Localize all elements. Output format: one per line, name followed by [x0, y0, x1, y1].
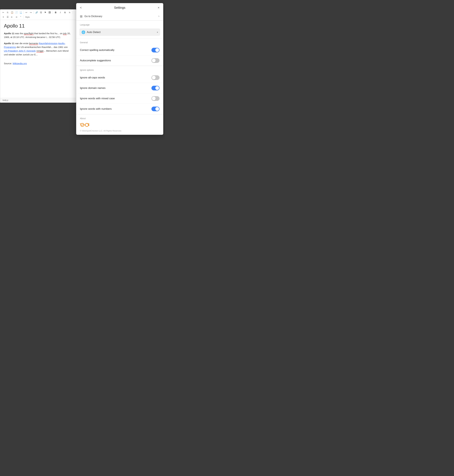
style-label: Style: [25, 16, 30, 18]
link-icon[interactable]: 🔗: [35, 11, 38, 14]
go-to-dictionary-row[interactable]: ⊞ Go to Dictionary >: [76, 12, 163, 21]
toolbar-separator-5: [23, 16, 24, 18]
correct-spelling-row: Correct spelling automatically: [76, 45, 163, 55]
paragraph-1: Apollo 11 was the spacflight that landed…: [4, 31, 72, 39]
ignore-numbers-toggle[interactable]: [151, 107, 159, 111]
redo-icon[interactable]: ↪: [29, 11, 33, 14]
unordered-list-icon[interactable]: ☰: [6, 15, 9, 19]
autocomplete-label: Autocomplete suggestions: [80, 59, 111, 62]
close-button[interactable]: ×: [155, 6, 159, 9]
indent-icon[interactable]: ⇥: [15, 15, 18, 19]
ignore-mixedcase-row: Ignore words with mixed case: [76, 93, 163, 104]
autocomplete-row: Autocomplete suggestions: [76, 55, 163, 66]
about-section-label: About: [80, 117, 159, 120]
ignore-domain-label: Ignore domain names: [80, 86, 106, 90]
dictionary-icon: ⊞: [80, 15, 83, 18]
link-wikipedia[interactable]: Wikipedia.org: [13, 62, 27, 65]
language-select[interactable]: Auto Detect English German: [79, 29, 160, 36]
correct-spelling-slider: [151, 48, 159, 52]
ignore-allcaps-toggle[interactable]: [151, 75, 159, 80]
ignore-domain-toggle[interactable]: [151, 86, 159, 90]
back-button[interactable]: <: [80, 6, 85, 9]
misspelled-word-bemante: bemante: [29, 42, 38, 45]
ignore-allcaps-label: Ignore all-caps words: [80, 76, 105, 79]
autocomplete-toggle[interactable]: [151, 58, 159, 63]
editor-title: Apollo 11: [4, 23, 72, 29]
italic-button[interactable]: I: [58, 10, 62, 15]
general-section-label: General: [76, 39, 163, 45]
ignore-options-section-label: Ignore options: [76, 66, 163, 72]
flag-icon[interactable]: ⚑: [43, 11, 47, 14]
ignore-allcaps-slider: [151, 75, 159, 80]
correct-spelling-label: Correct spelling automatically: [80, 48, 114, 52]
strikethrough-button[interactable]: S: [63, 10, 67, 15]
misspelled-word-july: july: [63, 32, 67, 35]
ordered-list-icon[interactable]: ≡: [1, 15, 5, 19]
source-paragraph: Source: Wikipedia.org: [4, 62, 72, 65]
misspelled-word-spacflight: spacflight: [24, 32, 34, 35]
editor-toolbar: ✂ ⎘ 📋 📄 📃 ↩ ↪ 🔗 ⛓ ⚑ 🖼 B I S Ix ≡ ☰ ⇤ ⇥ "…: [0, 9, 76, 20]
ignore-numbers-row: Ignore words with numbers: [76, 104, 163, 114]
bold-button[interactable]: B: [53, 10, 58, 15]
settings-panel: < Settings × ⊞ Go to Dictionary > Langua…: [76, 3, 163, 135]
unlink-icon[interactable]: ⛓: [39, 11, 43, 14]
editor-content[interactable]: Apollo 11 Apollo 11 was the spacflight t…: [0, 20, 76, 98]
about-section: About © WebSpellChecker LLC. A: [76, 114, 163, 135]
cut-icon[interactable]: ✂: [1, 11, 5, 14]
paste-formatted-icon[interactable]: 📄: [15, 11, 18, 14]
paragraph-2: Apollo 11 war die erste bemante Raumfahr…: [4, 42, 72, 56]
paste-plain-icon[interactable]: 📃: [19, 11, 23, 14]
editor-status-bar: body p: [0, 98, 76, 102]
format-buttons: B I S Ix: [53, 10, 72, 15]
editor-body[interactable]: Apollo 11 was the spacflight that landed…: [4, 31, 72, 65]
copy-icon[interactable]: ⎘: [6, 11, 9, 14]
content-divider: [4, 59, 72, 59]
dictionary-label: Go to Dictionary: [84, 15, 102, 18]
paste-icon[interactable]: 📋: [10, 11, 14, 14]
language-section-label: Language: [76, 21, 163, 27]
editor-panel: ✂ ⎘ 📋 📄 📃 ↩ ↪ 🔗 ⛓ ⚑ 🖼 B I S Ix ≡ ☰ ⇤ ⇥ "…: [0, 9, 76, 103]
svg-line-3: [80, 124, 81, 124]
ignore-mixedcase-slider: [151, 96, 159, 101]
ignore-domain-row: Ignore domain names: [76, 83, 163, 93]
link-raumfahrtmission[interactable]: Raumfahrtmission: [39, 42, 58, 45]
misspelled-word-vorgge: vorgge: [36, 49, 44, 52]
ignore-allcaps-row: Ignore all-caps words: [76, 72, 163, 83]
ignore-domain-slider: [151, 86, 159, 90]
clear-format-button[interactable]: Ix: [68, 10, 72, 15]
link-us-praesident[interactable]: US-Präsident: [4, 49, 18, 52]
autocomplete-slider: [151, 58, 159, 63]
link-kennedy[interactable]: John F. Kennedy: [18, 49, 36, 52]
image-icon[interactable]: 🖼: [48, 11, 52, 14]
status-text: body p: [3, 99, 8, 101]
blockquote-icon[interactable]: ": [19, 15, 23, 19]
language-select-wrapper: 🌐 Auto Detect English German ▾: [79, 29, 160, 36]
wsc-logo-svg: [80, 122, 89, 127]
ignore-numbers-slider: [151, 107, 159, 111]
settings-title: Settings: [85, 6, 155, 9]
about-copyright: © WebSpellChecker LLC. All Rights Reserv…: [80, 130, 159, 132]
dictionary-arrow-icon: >: [158, 15, 159, 18]
outdent-icon[interactable]: ⇤: [10, 15, 14, 19]
toolbar-separator-1: [23, 11, 24, 14]
ignore-mixedcase-toggle[interactable]: [151, 96, 159, 101]
ignore-mixedcase-label: Ignore words with mixed case: [80, 97, 115, 100]
svg-point-0: [81, 123, 84, 126]
ignore-numbers-label: Ignore words with numbers: [80, 107, 112, 110]
wsc-logo: [80, 122, 159, 128]
correct-spelling-toggle[interactable]: [151, 48, 159, 52]
dictionary-left: ⊞ Go to Dictionary: [80, 15, 102, 18]
undo-icon[interactable]: ↩: [25, 11, 28, 14]
settings-header: < Settings ×: [76, 3, 163, 12]
